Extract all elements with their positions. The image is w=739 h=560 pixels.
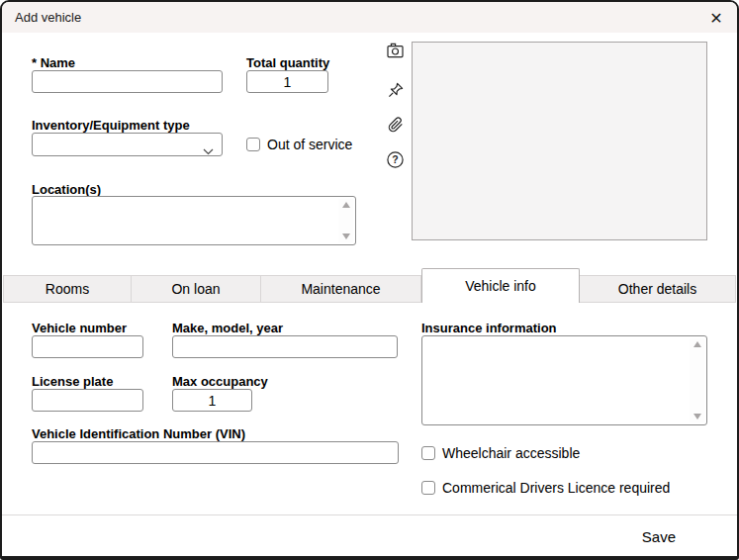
scroll-down-icon[interactable]: [342, 233, 350, 239]
max-occupancy-input[interactable]: [172, 389, 252, 412]
license-plate-input[interactable]: [32, 389, 143, 412]
locations-textarea[interactable]: [32, 196, 356, 245]
paperclip-icon[interactable]: [387, 116, 405, 134]
inventory-type-label: Inventory/Equipment type: [32, 118, 190, 133]
tab-maintenance[interactable]: Maintenance: [261, 275, 421, 303]
license-plate-label: License plate: [32, 374, 113, 389]
save-button[interactable]: Save: [636, 524, 682, 549]
total-quantity-label: Total quantity: [246, 55, 329, 70]
dialog-title: Add vehicle: [15, 10, 81, 25]
scroll-down-icon[interactable]: [693, 414, 701, 420]
add-vehicle-dialog: Add vehicle ✕ * Name Total quantity Inve…: [0, 0, 739, 560]
insurance-label: Insurance information: [421, 321, 557, 335]
make-model-year-label: Make, model, year: [172, 321, 283, 335]
vehicle-number-label: Vehicle number: [32, 321, 127, 335]
max-occupancy-label: Max occupancy: [172, 374, 268, 389]
total-quantity-input[interactable]: [246, 70, 328, 93]
tab-other-details[interactable]: Other details: [580, 275, 736, 303]
close-icon[interactable]: ✕: [704, 6, 728, 30]
wheelchair-accessible-checkbox[interactable]: [421, 446, 435, 460]
insurance-scrollbar[interactable]: [690, 338, 704, 422]
pushpin-icon[interactable]: [387, 81, 405, 99]
name-label: * Name: [32, 55, 75, 70]
titlebar: Add vehicle: [2, 2, 737, 33]
footer-divider: [2, 514, 737, 515]
out-of-service-label: Out of service: [267, 137, 352, 152]
vehicle-number-input[interactable]: [32, 335, 143, 358]
insurance-textarea[interactable]: [421, 335, 707, 425]
cdl-required-label: Commerical Drivers Licence required: [442, 480, 670, 496]
vin-label: Vehicle Identification Number (VIN): [32, 426, 245, 441]
inventory-type-select[interactable]: [32, 133, 223, 156]
chevron-down-icon: [203, 141, 214, 159]
cdl-required-checkbox[interactable]: [421, 481, 435, 495]
out-of-service-checkbox[interactable]: [246, 138, 260, 151]
make-model-year-input[interactable]: [172, 335, 398, 358]
camera-icon[interactable]: [386, 42, 404, 59]
svg-text:?: ?: [392, 153, 398, 165]
vehicle-photo-placeholder: [412, 42, 707, 240]
name-input[interactable]: [32, 70, 223, 93]
locations-scrollbar[interactable]: [338, 199, 353, 242]
locations-label: Location(s): [32, 182, 101, 197]
tab-vehicle-info[interactable]: Vehicle info: [421, 268, 580, 303]
wheelchair-accessible-label: Wheelchair accessible: [442, 445, 580, 461]
vin-input[interactable]: [32, 441, 399, 464]
scroll-up-icon[interactable]: [342, 202, 350, 208]
tab-on-loan[interactable]: On loan: [132, 275, 261, 303]
tab-rooms[interactable]: Rooms: [3, 275, 132, 303]
tab-bar: Rooms On loan Maintenance Vehicle info O…: [3, 268, 736, 303]
help-icon[interactable]: ?: [386, 150, 404, 168]
scroll-up-icon[interactable]: [693, 341, 701, 347]
